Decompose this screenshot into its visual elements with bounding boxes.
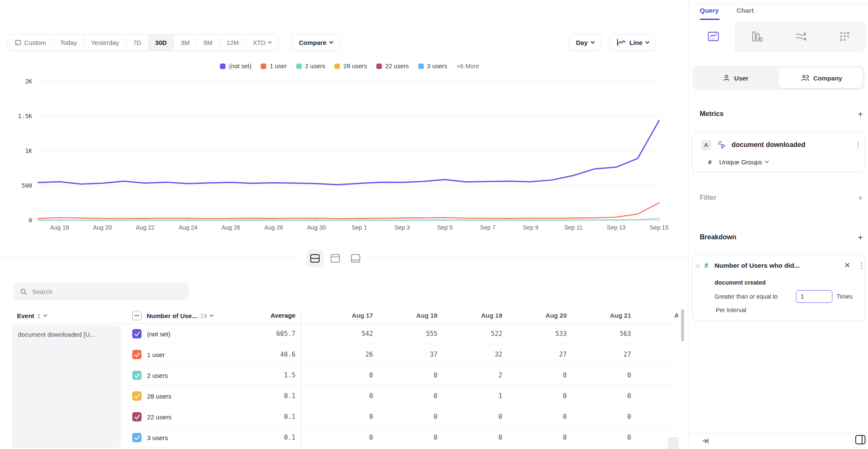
series-label: 1 user	[147, 344, 165, 365]
cell-value: 563	[572, 324, 631, 344]
cell-value: 0	[443, 427, 502, 448]
chart-type-dropdown[interactable]: Line	[609, 34, 656, 51]
entity-company-label: Company	[813, 75, 842, 82]
range-7d[interactable]: 7D	[126, 34, 148, 50]
series-checkbox[interactable]	[132, 412, 142, 421]
svg-text:Aug 30: Aug 30	[307, 224, 326, 231]
breakdown-card[interactable]: # Number of Users who did... ✕ ⋮ documen…	[692, 254, 865, 321]
type-flow-chart-button[interactable]	[779, 21, 823, 52]
tab-chart[interactable]: Chart	[737, 7, 754, 14]
series-checkbox[interactable]	[132, 433, 142, 442]
series-label: 3 users	[147, 427, 168, 448]
toggle-panel-icon[interactable]	[855, 435, 866, 445]
svg-text:Sep 3: Sep 3	[394, 224, 410, 231]
active-tab-underline	[700, 19, 720, 20]
event-cell[interactable]: document downloaded [U...	[12, 325, 121, 448]
line-chart-icon	[707, 31, 719, 42]
drag-handle-icon[interactable]	[696, 263, 700, 269]
range-today[interactable]: Today	[53, 34, 84, 50]
compare-button[interactable]: Compare	[292, 34, 340, 51]
range-yesterday[interactable]: Yesterday	[84, 34, 126, 50]
type-matrix-button[interactable]	[823, 21, 866, 52]
cell-value: 37	[378, 344, 437, 365]
add-metric-button[interactable]: +	[856, 110, 865, 119]
svg-text:Aug 24: Aug 24	[178, 224, 198, 231]
search-input[interactable]	[31, 288, 183, 296]
svg-text:Aug 22: Aug 22	[136, 224, 155, 231]
cell-value: 0	[636, 407, 678, 427]
svg-text:Aug 18: Aug 18	[50, 224, 69, 231]
series-checkbox[interactable]	[132, 329, 142, 338]
average-value: 1.5	[236, 365, 295, 386]
series-checkbox[interactable]	[132, 391, 142, 401]
entity-company-button[interactable]: Company	[779, 66, 865, 90]
cell-value: 0	[314, 386, 373, 407]
cell-value: 0	[636, 365, 678, 386]
series-label: 28 users	[147, 386, 172, 407]
date-column-header: Aug 20	[507, 308, 567, 324]
layout-split-button[interactable]	[306, 249, 324, 267]
dot-grid-icon	[839, 31, 850, 42]
add-breakdown-button[interactable]: +	[856, 233, 865, 242]
date-range-selector: CustomTodayYesterday7D30D3M6M12MXTD	[8, 34, 278, 51]
table-row: 1 user40.6263732272726	[127, 344, 678, 365]
cell-value: 0	[314, 407, 373, 427]
layout-chart-only-button[interactable]	[326, 249, 344, 267]
cell-value: 0	[507, 427, 567, 448]
cell-value: 0	[314, 427, 373, 448]
type-line-chart-button[interactable]	[692, 21, 735, 52]
table-vertical-scrollbar[interactable]	[681, 309, 684, 341]
panel-footer-divider	[688, 433, 868, 433]
interval-dropdown[interactable]: Day	[569, 34, 601, 51]
cell-value: 0	[314, 365, 373, 386]
metric-letter-badge: A	[701, 140, 711, 150]
date-column-header: Aug 17	[314, 308, 373, 324]
chart-type-selector	[692, 21, 866, 52]
event-column-header[interactable]: Event 1	[17, 308, 47, 324]
breakdown-kebab-menu[interactable]: ⋮	[858, 262, 865, 269]
add-filter-button[interactable]: +	[856, 194, 865, 202]
metric-kebab-menu[interactable]: ⋮	[854, 141, 862, 149]
cell-value: 535	[636, 324, 678, 344]
cell-value: 27	[507, 344, 567, 365]
svg-text:Sep 1: Sep 1	[351, 224, 367, 231]
range-3m[interactable]: 3M	[174, 34, 197, 50]
svg-text:Sep 13: Sep 13	[607, 224, 626, 231]
date-column-header: Aug 18	[378, 308, 437, 324]
remove-breakdown-button[interactable]: ✕	[844, 261, 850, 270]
series-column-header[interactable]: Number of Use... 24	[147, 308, 213, 324]
cell-value: 0	[378, 427, 437, 448]
chevron-down-icon	[590, 39, 595, 44]
layout-table-only-button[interactable]	[347, 249, 364, 267]
cell-value: 0	[378, 407, 437, 427]
average-value: 0.1	[236, 386, 295, 407]
series-checkbox[interactable]	[132, 371, 142, 380]
select-all-checkbox[interactable]	[132, 311, 142, 320]
range-custom[interactable]: Custom	[8, 34, 53, 50]
type-bar-chart-button[interactable]	[735, 21, 779, 52]
series-checkbox[interactable]	[132, 350, 142, 359]
range-12m[interactable]: 12M	[219, 34, 245, 50]
filter-heading: Filter	[700, 194, 716, 202]
entity-toggle: User Company	[693, 66, 865, 90]
metric-event-name: document downloaded	[732, 141, 805, 149]
chart-type-label: Line	[629, 39, 643, 46]
svg-text:500: 500	[22, 182, 32, 189]
range-xtd[interactable]: XTD	[245, 34, 278, 50]
measure-label: Unique Groups	[719, 158, 762, 166]
cell-value: 1	[443, 386, 502, 407]
event-header-count: 1	[37, 312, 41, 319]
tab-query[interactable]: Query	[700, 7, 719, 14]
event-spark-icon	[717, 140, 727, 150]
entity-user-button[interactable]: User	[693, 66, 779, 90]
collapse-panel-icon[interactable]	[702, 438, 709, 444]
metric-card[interactable]: A document downloaded ⋮ # Unique Groups	[692, 132, 865, 172]
measure-dropdown[interactable]: Unique Groups	[719, 158, 768, 166]
cell-value: 0	[507, 407, 567, 427]
range-30d[interactable]: 30D	[148, 34, 174, 50]
range-6m[interactable]: 6M	[196, 34, 219, 50]
svg-text:1.5K: 1.5K	[18, 113, 32, 119]
cell-value: 32	[443, 344, 502, 365]
condition-value-input[interactable]	[796, 290, 832, 303]
breakdown-heading: Breakdown	[700, 233, 736, 241]
